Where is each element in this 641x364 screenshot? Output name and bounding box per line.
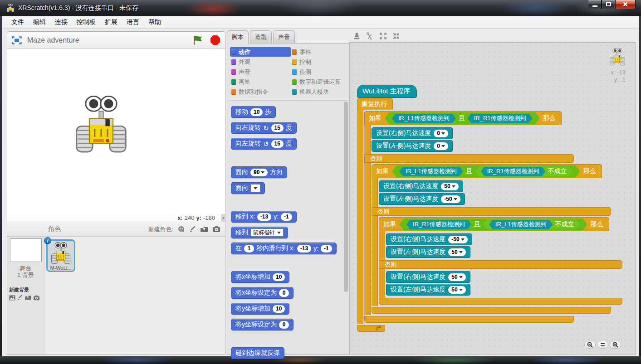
not-block[interactable]: IR_L1传感器检测到 不成立: [483, 219, 580, 230]
category-looks[interactable]: 外观: [230, 57, 291, 67]
zoom-reset-button[interactable]: [597, 341, 608, 349]
tab-scripts[interactable]: 脚本: [227, 30, 249, 44]
category-sound[interactable]: 声音: [230, 67, 291, 77]
block-arg[interactable]: 15: [271, 124, 284, 132]
palette-block-point-towards[interactable]: 面向: [231, 182, 265, 194]
palette-block-bounce-on-edge[interactable]: 碰到边缘就反弹: [231, 347, 284, 359]
stage-canvas[interactable]: [7, 49, 225, 214]
block-arg[interactable]: 1: [244, 245, 254, 252]
category-robot[interactable]: 机器人模块: [291, 87, 349, 97]
set-right-motor-block[interactable]: 设置(右侧)马达速度 50: [386, 271, 470, 283]
motor-speed-dropdown[interactable]: -50: [448, 236, 467, 243]
menu-connect[interactable]: 连接: [50, 17, 72, 28]
set-left-motor-block[interactable]: 设置(左侧)马达速度 50: [386, 284, 470, 296]
palette-scrollbar[interactable]: [344, 102, 348, 292]
block-arg-dropdown[interactable]: 鼠标指针: [250, 228, 284, 237]
upload-sprite-icon[interactable]: [200, 226, 208, 233]
block-arg[interactable]: 10: [273, 305, 285, 313]
set-right-motor-block[interactable]: 设置(右侧)马达速度 50: [379, 180, 463, 192]
script-area[interactable]: x: -13 y: -1 WuLiBot 主程序 重复执行 如果 I: [350, 42, 636, 354]
palette-block-glide[interactable]: 在 1 秒内滑行到 x: -13 y: -1: [231, 243, 337, 254]
palette-block-set-y[interactable]: 将y坐标设定为 0: [231, 319, 294, 330]
and-block[interactable]: IR_L1传感器检测到 且 IR_R1传感器检测到 不成立: [392, 165, 580, 178]
else-bar[interactable]: 否则: [364, 154, 574, 163]
category-events[interactable]: 事件: [291, 47, 349, 57]
category-operators[interactable]: 数字和逻辑运算: [291, 77, 349, 87]
maximize-button[interactable]: [602, 0, 615, 9]
green-flag-button[interactable]: [193, 35, 204, 46]
menu-file[interactable]: 文件: [7, 17, 29, 28]
forever-block[interactable]: 重复执行 如果 IR_L1传感器检测到 且 IR_R1传感器检测到: [357, 98, 622, 332]
else-bar[interactable]: 否则: [379, 260, 622, 269]
palette-block-turn-left[interactable]: 向左旋转 ↺ 15 度: [231, 138, 297, 150]
menu-edit[interactable]: 编辑: [29, 17, 50, 28]
set-right-motor-block[interactable]: 设置(右侧)马达速度 0: [372, 127, 453, 139]
motor-speed-dropdown[interactable]: 50: [448, 273, 465, 281]
motor-speed-dropdown[interactable]: 50: [448, 248, 465, 256]
palette-block-goto-xy[interactable]: 移到 x: -13 y: -1: [231, 211, 297, 223]
fullscreen-icon[interactable]: [12, 36, 22, 44]
if-else-block-1[interactable]: 如果 IR_L1传感器检测到 且 IR_R1传感器检测到 那么: [364, 111, 622, 323]
block-arg[interactable]: 15: [271, 140, 284, 148]
sensor-block-ir-l1[interactable]: IR_L1传感器检测到: [392, 114, 456, 123]
block-arg[interactable]: -1: [281, 213, 292, 221]
camera-backdrop-icon[interactable]: [33, 295, 40, 301]
not-block[interactable]: IR_R1传感器检测到 不成立: [475, 166, 573, 177]
zoom-in-button[interactable]: [610, 341, 621, 349]
set-left-motor-block[interactable]: 设置(左侧)马达速度 0: [372, 140, 453, 152]
palette-block-point-direction[interactable]: 面向 90 方向: [231, 166, 287, 178]
palette-block-goto-pointer[interactable]: 移到 鼠标指针: [231, 227, 288, 238]
motor-speed-dropdown[interactable]: -50: [441, 195, 460, 203]
hat-block-wulibot-main[interactable]: WuLiBot 主程序: [357, 85, 417, 98]
category-control[interactable]: 控制: [291, 57, 349, 67]
category-sensing[interactable]: 侦测: [291, 67, 349, 77]
titlebar[interactable]: XRScratch(v1.6.3) - 没有连接串口 - 未保存: [0, 0, 641, 16]
block-arg-dropdown[interactable]: 90: [250, 169, 268, 176]
stage-sprite-robot[interactable]: [73, 95, 129, 155]
menu-help[interactable]: 帮助: [144, 17, 166, 28]
palette-block-set-x[interactable]: 将x坐标设定为 0: [231, 287, 294, 299]
upload-backdrop-icon[interactable]: [24, 295, 31, 301]
motor-speed-dropdown[interactable]: 50: [441, 183, 458, 190]
stage-thumbnail[interactable]: [10, 238, 42, 262]
menu-board[interactable]: 控制板: [72, 17, 100, 28]
tab-sounds[interactable]: 声音: [273, 30, 295, 43]
backdrop-library-icon[interactable]: [9, 295, 15, 301]
tab-costumes[interactable]: 造型: [250, 30, 272, 43]
and-block[interactable]: IR_R1传感器检测到 且 IR_L1传感器检测到 不成立: [399, 218, 587, 231]
scissors-tool-icon[interactable]: [366, 32, 374, 40]
palette-block-turn-right[interactable]: 向右旋转 ↻ 15 度: [231, 122, 297, 134]
and-block[interactable]: IR_L1传感器检测到 且 IR_R1传感器检测到: [385, 112, 540, 125]
zoom-out-button[interactable]: [584, 341, 596, 349]
close-button[interactable]: [615, 0, 636, 9]
sprite-card-mwulibot[interactable]: i M-WuLi...: [46, 239, 75, 272]
sensor-block-ir-r1[interactable]: IR_R1传感器检测到: [481, 167, 546, 176]
sprite-info-badge[interactable]: i: [44, 237, 51, 244]
paint-backdrop-icon[interactable]: [17, 295, 23, 301]
block-arg[interactable]: 0: [279, 289, 289, 297]
menu-extensions[interactable]: 扩展: [100, 17, 122, 28]
motor-speed-dropdown[interactable]: 0: [434, 130, 448, 137]
block-arg[interactable]: -1: [321, 245, 332, 252]
forever-label[interactable]: 重复执行: [357, 98, 393, 110]
motor-speed-dropdown[interactable]: 0: [434, 142, 448, 150]
block-arg-dropdown[interactable]: [250, 184, 260, 192]
menu-language[interactable]: 语言: [122, 17, 144, 28]
motor-speed-dropdown[interactable]: 50: [448, 286, 465, 294]
paint-new-sprite-icon[interactable]: [189, 226, 196, 233]
category-pen[interactable]: 画笔: [230, 77, 291, 87]
sensor-block-ir-r1[interactable]: IR_R1传感器检测到: [468, 114, 533, 123]
set-right-motor-block[interactable]: 设置(右侧)马达速度 -50: [386, 233, 472, 245]
shrink-tool-icon[interactable]: [392, 32, 400, 40]
block-arg[interactable]: 0: [279, 321, 289, 329]
script-stack[interactable]: WuLiBot 主程序 重复执行 如果 IR_L1传感器检测到 且 IR_R1传: [357, 85, 622, 332]
block-arg[interactable]: 10: [250, 108, 263, 116]
block-arg[interactable]: -13: [297, 245, 311, 252]
set-left-motor-block[interactable]: 设置(左侧)马达速度 -50: [379, 193, 465, 205]
category-motion[interactable]: 动作: [230, 47, 291, 57]
palette-block-change-x[interactable]: 将x坐标增加 10: [231, 271, 289, 283]
grow-tool-icon[interactable]: [379, 32, 387, 40]
sensor-block-ir-l1[interactable]: IR_L1传感器检测到: [399, 167, 463, 176]
block-arg[interactable]: -13: [257, 213, 271, 221]
new-sprite-library-icon[interactable]: [177, 226, 185, 233]
